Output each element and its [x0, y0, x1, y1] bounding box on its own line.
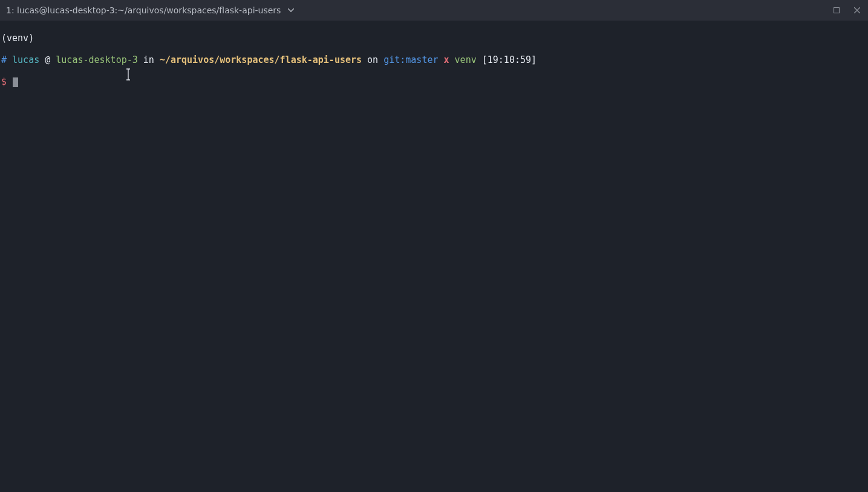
maximize-icon[interactable] — [832, 5, 841, 15]
window-controls — [832, 5, 862, 15]
terminal-output[interactable]: (venv) # lucas @ lucas-desktop-3 in ~/ar… — [0, 21, 868, 99]
git-branch: master — [405, 54, 438, 65]
prompt-dollar: $ — [1, 76, 7, 87]
prompt-in: in — [143, 54, 154, 65]
venv-name: venv — [455, 54, 477, 65]
prompt-timestamp: [19:10:59] — [482, 54, 537, 65]
git-dirty-indicator: x — [444, 54, 449, 65]
window-title: 1: lucas@lucas-desktop-3:~/arquivos/work… — [6, 5, 281, 15]
window-title-group[interactable]: 1: lucas@lucas-desktop-3:~/arquivos/work… — [6, 5, 294, 15]
svg-rect-0 — [834, 8, 840, 13]
prompt-hash: # — [1, 54, 7, 65]
prompt-at: @ — [45, 54, 50, 65]
titlebar: 1: lucas@lucas-desktop-3:~/arquivos/work… — [0, 0, 868, 21]
venv-indicator: (venv) — [1, 33, 34, 44]
chevron-down-icon[interactable] — [288, 8, 294, 12]
prompt-path: ~/arquivos/workspaces/flask-api-users — [160, 54, 362, 65]
prompt-host: lucas-desktop-3 — [56, 54, 137, 65]
prompt-user: lucas — [12, 54, 39, 65]
close-icon[interactable] — [852, 5, 862, 15]
prompt-on: on — [367, 54, 378, 65]
git-label: git: — [383, 54, 405, 65]
cursor-block — [13, 77, 18, 87]
